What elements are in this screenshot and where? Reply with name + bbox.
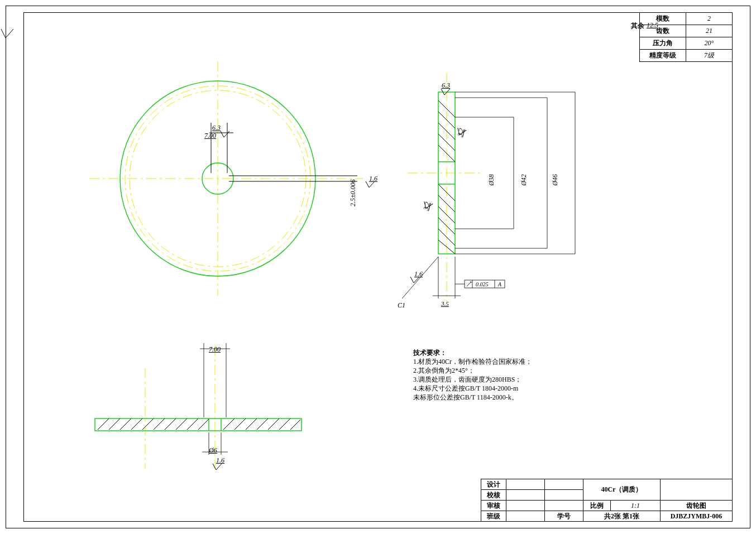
param-value: 7级 xyxy=(686,50,733,62)
tb-review: 审核 xyxy=(481,501,506,511)
sv-sf16-sym xyxy=(410,276,420,284)
surface-rest-value: 12.5 xyxy=(647,21,658,30)
svg-line-58 xyxy=(235,418,246,430)
bv-sf16-sym xyxy=(212,463,222,471)
svg-line-51 xyxy=(142,418,154,430)
svg-line-55 xyxy=(187,418,198,430)
sv-dim35: 3.5 xyxy=(441,300,449,307)
tb-scale-lab: 比例 xyxy=(583,501,611,511)
svg-line-59 xyxy=(246,418,257,430)
sv-d46: Ø46 xyxy=(551,174,559,186)
tb-material: 40Cr（调质） xyxy=(583,479,661,501)
fv-sf-63: 6.3 xyxy=(212,124,221,132)
sv-c1: C1 xyxy=(398,301,405,310)
sv-d42: Ø42 xyxy=(520,174,528,186)
svg-line-57 xyxy=(223,418,235,430)
notes-l5: 未标形位公差按GB/T 1184-2000-k。 xyxy=(413,393,532,402)
tb-sheets: 共2张 第1张 xyxy=(583,511,661,522)
bv-dim700: 7.00 xyxy=(209,345,221,354)
sv-sf63-sym xyxy=(441,88,451,96)
sv-gtol-val: 0.025 xyxy=(476,281,489,287)
title-block: 设计 40Cr（调质） 校核 审核 比例 1:1 齿轮图 班级 学号 共2张 第… xyxy=(481,479,733,522)
svg-line-60 xyxy=(257,418,268,430)
param-label: 压力角 xyxy=(640,37,686,50)
tb-class: 班级 xyxy=(481,511,506,522)
svg-line-62 xyxy=(279,418,290,430)
param-value: 2 xyxy=(686,13,733,25)
svg-line-48 xyxy=(109,418,120,430)
param-label: 精度等级 xyxy=(640,50,686,62)
param-value: 21 xyxy=(686,25,733,37)
section-view xyxy=(402,73,592,307)
param-value: 20° xyxy=(686,37,733,50)
notes-l2: 2.其余倒角为2*45°； xyxy=(413,366,532,375)
notes-l3: 3.调质处理后，齿面硬度为280HBS； xyxy=(413,375,532,384)
tb-design: 设计 xyxy=(481,479,506,490)
notes-l4: 4.未标尺寸公差按GB/T 1804-2000-m xyxy=(413,384,532,393)
tb-code: DJBZJYMBJ-006 xyxy=(661,511,733,522)
svg-line-18 xyxy=(438,145,455,162)
drawing-page: 模数2齿数21压力角20°精度等级7级 其余 12.5 6.3 7. xyxy=(0,0,756,534)
tb-check: 校核 xyxy=(481,490,506,501)
surface-rest-label: 其余 xyxy=(631,21,644,31)
svg-line-49 xyxy=(120,418,131,430)
gear-param-table: 模数2齿数21压力角20°精度等级7级 xyxy=(639,12,733,62)
svg-line-54 xyxy=(176,418,187,430)
tb-name: 齿轮图 xyxy=(661,501,733,511)
svg-line-63 xyxy=(290,420,300,430)
notes-l1: 1.材质为40Cr，制作检验符合国家标准； xyxy=(413,357,532,366)
svg-line-53 xyxy=(165,418,176,430)
bottom-view xyxy=(78,340,313,485)
sv-gtol-datum: A xyxy=(498,281,501,287)
surface-rest-symbol xyxy=(0,28,17,40)
svg-rect-44 xyxy=(95,418,302,431)
front-view xyxy=(89,61,380,296)
svg-line-50 xyxy=(131,418,142,430)
svg-line-52 xyxy=(154,418,165,430)
tb-scale-val: 1:1 xyxy=(611,501,661,511)
svg-line-61 xyxy=(268,418,279,430)
svg-line-56 xyxy=(198,419,209,430)
notes-title: 技术要求： xyxy=(413,348,532,357)
fv-dim-700: 7.00 xyxy=(204,132,216,140)
sv-d38: Ø38 xyxy=(487,174,496,186)
fv-sf-63-sym xyxy=(220,131,230,138)
fv-sf-16-sym xyxy=(365,181,375,189)
svg-line-47 xyxy=(98,418,109,430)
bv-d6: Ø6 xyxy=(209,446,217,455)
tech-notes: 技术要求： 1.材质为40Cr，制作检验符合国家标准； 2.其余倒角为2*45°… xyxy=(413,348,532,402)
fv-tol: 2.5±0.006 xyxy=(349,179,357,206)
tb-sid: 学号 xyxy=(557,512,571,520)
